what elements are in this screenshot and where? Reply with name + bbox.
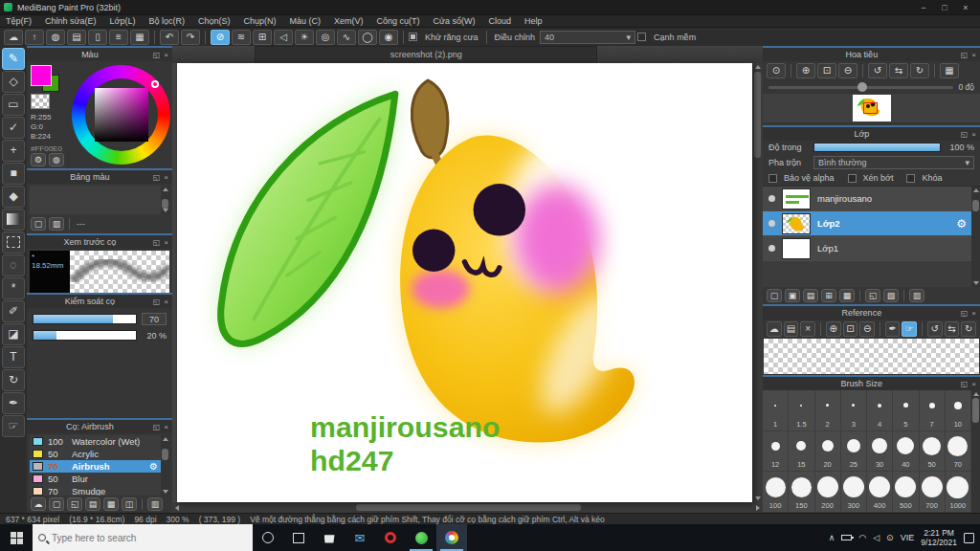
ref-zoom-out-button[interactable]: ⊖: [859, 321, 875, 337]
close-icon[interactable]: ×: [164, 173, 168, 182]
redo-button[interactable]: ↷: [181, 30, 200, 45]
brush-row-airbrush-selected[interactable]: 70 Airbrush ⚙: [30, 460, 169, 473]
brush-size-cell[interactable]: 150: [789, 472, 814, 513]
brush-size-cell[interactable]: 10: [946, 390, 971, 431]
nav-zoom-actual-button[interactable]: ⊙: [767, 63, 786, 78]
brush-size-cell[interactable]: 30: [867, 431, 893, 473]
lasso-tool[interactable]: ◌: [2, 254, 25, 276]
pen-settings-icon[interactable]: ⊙: [886, 533, 894, 542]
snap-rings-button[interactable]: ◉: [379, 30, 398, 45]
close-icon[interactable]: ×: [164, 423, 168, 431]
brush-size-cell[interactable]: 2: [815, 390, 841, 431]
chat-button[interactable]: ▤: [67, 30, 86, 45]
ref-hand-button[interactable]: ☞: [902, 321, 917, 337]
config-button[interactable]: ≡: [109, 30, 128, 45]
hand-tool[interactable]: ☞: [2, 415, 25, 437]
menu-edit[interactable]: Chỉnh sửa(E): [45, 16, 97, 26]
close-icon[interactable]: ×: [971, 309, 976, 318]
layer-row-manjirousano[interactable]: manjirousano: [763, 187, 980, 211]
menu-select[interactable]: Chọn(S): [198, 16, 231, 26]
snap-radial-button[interactable]: ☀: [295, 30, 314, 45]
color-mode-button[interactable]: ⚙: [31, 153, 46, 166]
saturation-value-square[interactable]: [95, 88, 148, 142]
navigator-viewport-box[interactable]: [863, 102, 878, 114]
brush-size-cell[interactable]: 200: [815, 472, 841, 513]
close-icon[interactable]: ×: [971, 380, 976, 388]
brush-edit-button[interactable]: ▤: [85, 497, 100, 511]
ref-open-button[interactable]: ▤: [784, 321, 799, 337]
brush-size-slider[interactable]: [33, 314, 137, 324]
brush-size-cell[interactable]: 12: [763, 431, 789, 473]
canvas-horizontal-scrollbar[interactable]: [172, 502, 763, 513]
ref-rotate-right-button[interactable]: ↻: [961, 321, 976, 337]
navigator-preview[interactable]: [763, 94, 980, 122]
brush-size-value[interactable]: 70: [142, 313, 167, 325]
brush-size-cell[interactable]: 1: [763, 390, 789, 431]
brush-size-cell[interactable]: 1.5: [789, 390, 814, 431]
snap-off-button[interactable]: ⊘: [211, 30, 230, 45]
brush-folder-button[interactable]: ▦: [103, 497, 119, 511]
ref-clear-button[interactable]: ×: [800, 321, 815, 337]
layer-row-lop2-selected[interactable]: Lớp2 ⚙: [763, 211, 980, 236]
antialias-checkbox[interactable]: [409, 33, 417, 41]
palette-list[interactable]: [30, 186, 169, 214]
opera-button[interactable]: [375, 524, 406, 551]
taskbar-search[interactable]: [33, 524, 253, 551]
snap-cross-button[interactable]: ⊞: [253, 30, 272, 45]
task-view-button[interactable]: [283, 524, 314, 551]
lock-checkbox[interactable]: [906, 174, 915, 183]
close-icon[interactable]: ×: [971, 51, 976, 59]
rotation-slider[interactable]: [768, 86, 953, 89]
brush-size-cell[interactable]: 25: [841, 431, 867, 473]
cloud-button[interactable]: ☁: [4, 30, 23, 45]
menu-layer[interactable]: Lớp(L): [110, 16, 136, 26]
close-icon[interactable]: ×: [971, 130, 976, 139]
marquee-tool[interactable]: ▭: [2, 94, 25, 116]
layer-settings-gear-icon[interactable]: ⚙: [956, 217, 967, 231]
brush-row-acrylic[interactable]: 50 Acrylic: [30, 448, 169, 460]
shape-tool[interactable]: ■: [2, 163, 25, 185]
add-color-button[interactable]: ▢: [31, 217, 46, 231]
brush-size-cell[interactable]: 500: [893, 472, 919, 513]
close-icon[interactable]: ×: [164, 298, 168, 306]
snap-ellipse-button[interactable]: ◯: [358, 30, 377, 45]
soft-edge-checkbox[interactable]: [637, 33, 646, 41]
layer-visibility-icon[interactable]: [768, 220, 775, 227]
brush-cloud-button[interactable]: ☁: [31, 497, 46, 511]
medibang-taskbar-button[interactable]: [436, 524, 467, 551]
maximize-button[interactable]: □: [934, 3, 955, 12]
snap-concentric-button[interactable]: ◎: [316, 30, 335, 45]
select-eraser-tool[interactable]: ◪: [2, 323, 25, 345]
palette-scrollbar[interactable]: [161, 186, 169, 214]
layer-special-button[interactable]: ▧: [883, 289, 899, 302]
snap-vanishing-button[interactable]: ◁: [274, 30, 293, 45]
layer-row-lop1[interactable]: Lớp1: [763, 236, 980, 261]
menu-tools[interactable]: Công cụ(T): [377, 16, 420, 26]
snap-curve-button[interactable]: ∿: [337, 30, 356, 45]
menu-view[interactable]: Xem(V): [334, 16, 364, 26]
text-tool[interactable]: T: [2, 346, 25, 368]
cortana-button[interactable]: [253, 524, 283, 551]
brush-size-cell[interactable]: 4: [867, 390, 893, 431]
minimize-button[interactable]: −: [913, 3, 934, 12]
brush-list-scrollbar[interactable]: [161, 435, 169, 496]
layer-folder-button[interactable]: ▦: [839, 289, 855, 302]
document-tab[interactable]: screenshot (2).png: [255, 46, 597, 63]
clipping-checkbox[interactable]: [848, 174, 857, 183]
foreground-color-swatch[interactable]: [31, 65, 52, 86]
store-button[interactable]: [314, 524, 345, 551]
menu-help[interactable]: Help: [524, 16, 543, 26]
reference-view[interactable]: [764, 339, 979, 374]
layer-visibility-icon[interactable]: [768, 245, 775, 252]
menu-window[interactable]: Cửa sổ(W): [434, 16, 476, 26]
brush-size-cell[interactable]: 40: [893, 431, 919, 473]
publish-button[interactable]: ↑: [25, 30, 44, 45]
select-pen-tool[interactable]: ✓: [2, 117, 25, 139]
popout-icon[interactable]: ◱: [961, 380, 969, 388]
brush-size-cell[interactable]: 7: [920, 390, 946, 431]
mail-button[interactable]: ✉: [345, 524, 375, 551]
popout-icon[interactable]: ◱: [153, 238, 161, 247]
nav-zoom-fit-button[interactable]: ⊡: [817, 63, 836, 78]
menu-filter[interactable]: Bộ lọc(R): [148, 16, 185, 26]
document-button[interactable]: ▯: [88, 30, 107, 45]
